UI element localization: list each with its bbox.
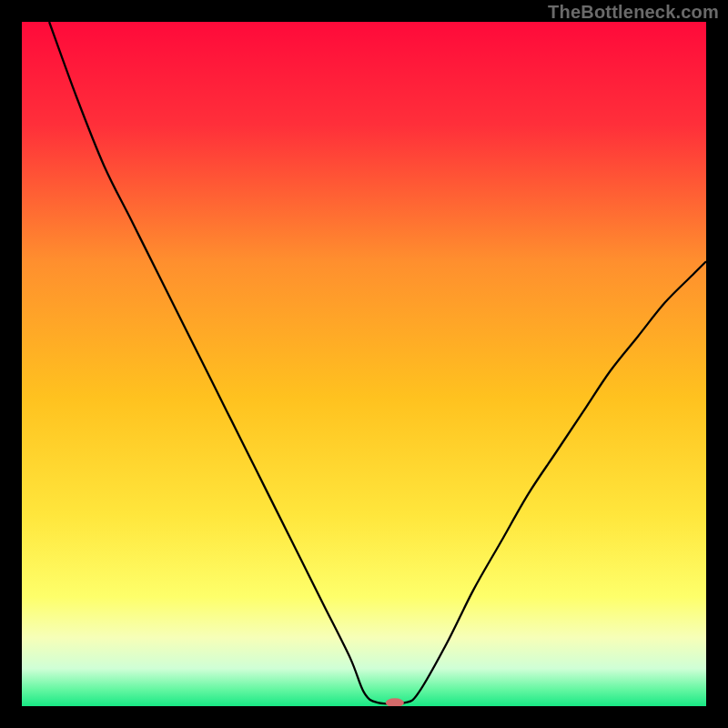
gradient-background: [22, 22, 706, 706]
chart-frame: TheBottleneck.com: [0, 0, 728, 728]
bottleneck-chart: [22, 22, 706, 706]
watermark-text: TheBottleneck.com: [548, 2, 719, 23]
